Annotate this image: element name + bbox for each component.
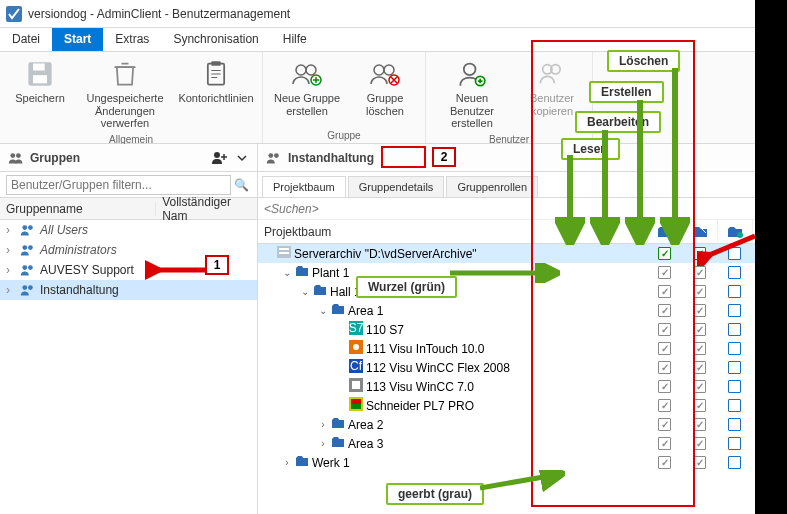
search-icon[interactable]: 🔍 <box>231 178 251 192</box>
tree-node-icon <box>313 284 327 299</box>
svg-point-16 <box>10 153 15 158</box>
tab-gruppendetails[interactable]: Gruppendetails <box>348 176 445 197</box>
people-icon <box>20 223 36 237</box>
filter-input[interactable] <box>6 175 231 195</box>
tree-toggle-icon[interactable]: › <box>318 419 328 430</box>
checkbox-unchecked[interactable] <box>728 456 741 469</box>
tree-header-label: Projektbaum <box>258 225 647 239</box>
expand-icon[interactable]: › <box>6 283 16 297</box>
tree-row[interactable]: ›Area 2✓✓ <box>258 415 787 434</box>
checkbox-checked-inherited[interactable]: ✓ <box>693 418 706 431</box>
checkbox-checked-root[interactable]: ✓ <box>658 247 671 260</box>
tree-row[interactable]: 113 Visu WinCC 7.0✓✓ <box>258 377 787 396</box>
svg-rect-43 <box>351 399 361 404</box>
checkbox-checked-inherited[interactable]: ✓ <box>693 456 706 469</box>
new-user-button[interactable]: Neuen Benutzer erstellen <box>432 56 512 132</box>
tree-toggle-icon[interactable]: ⌄ <box>318 305 328 316</box>
arrow-wurzel <box>450 263 560 283</box>
tree-node-icon <box>331 436 345 451</box>
tree-node-label: 112 Visu WinCC Flex 2008 <box>366 361 510 375</box>
ribbon-group-gruppe: Neue Gruppe erstellen Gruppe löschen Gru… <box>263 52 426 143</box>
checkbox-checked-inherited[interactable]: ✓ <box>693 266 706 279</box>
tree-row[interactable]: Cf112 Visu WinCC Flex 2008✓✓ <box>258 358 787 377</box>
checkbox-checked-inherited[interactable]: ✓ <box>658 380 671 393</box>
tree-row[interactable]: 111 Visu InTouch 10.0✓✓ <box>258 339 787 358</box>
group-row-selected[interactable]: ›Instandhaltung <box>0 280 257 300</box>
menu-start[interactable]: Start <box>52 28 103 51</box>
delete-group-button[interactable]: Gruppe löschen <box>351 56 419 128</box>
tree-toggle-icon[interactable]: ⌄ <box>300 286 310 297</box>
tree-row[interactable]: ›Area 3✓✓ <box>258 434 787 453</box>
expand-icon[interactable]: › <box>6 223 16 237</box>
tree-row[interactable]: S7110 S7✓✓ <box>258 320 787 339</box>
expand-icon[interactable]: › <box>6 263 16 277</box>
menu-datei[interactable]: Datei <box>0 28 52 51</box>
tree-row[interactable]: Schneider PL7 PRO✓✓ <box>258 396 787 415</box>
checkbox-checked-inherited[interactable]: ✓ <box>658 456 671 469</box>
col-fullname[interactable]: Vollständiger Nam <box>156 195 257 223</box>
tree-node-icon <box>349 340 363 357</box>
user-add-icon <box>456 58 488 90</box>
svg-rect-32 <box>279 248 289 250</box>
tree-row[interactable]: ⌄Area 1✓✓ <box>258 301 787 320</box>
checkbox-checked-inherited[interactable]: ✓ <box>658 266 671 279</box>
menu-hilfe[interactable]: Hilfe <box>271 28 319 51</box>
checkbox-unchecked[interactable] <box>728 380 741 393</box>
groups-title: Gruppen <box>30 151 80 165</box>
tree-toggle-icon[interactable]: › <box>282 457 292 468</box>
checkbox-checked-inherited[interactable]: ✓ <box>693 399 706 412</box>
checkbox-unchecked[interactable] <box>728 266 741 279</box>
checkbox-unchecked[interactable] <box>728 304 741 317</box>
checkbox-checked-inherited[interactable]: ✓ <box>693 380 706 393</box>
checkbox-checked-inherited[interactable]: ✓ <box>693 342 706 355</box>
checkbox-checked-inherited[interactable]: ✓ <box>693 437 706 450</box>
user-plus-icon[interactable] <box>211 151 229 165</box>
discard-button[interactable]: Ungespeicherte Änderungen verwerfen <box>80 56 170 132</box>
checkbox-unchecked[interactable] <box>728 361 741 374</box>
callout-geerbt: geerbt (grau) <box>386 483 484 505</box>
tab-projektbaum[interactable]: Projektbaum <box>262 176 346 197</box>
checkbox-unchecked[interactable] <box>728 285 741 298</box>
checkbox-unchecked[interactable] <box>728 399 741 412</box>
menu-synchronisation[interactable]: Synchronisation <box>161 28 270 51</box>
checkbox-checked-inherited[interactable]: ✓ <box>658 437 671 450</box>
tree-node-icon: Cf <box>349 359 363 376</box>
tree-node-label: 110 S7 <box>366 323 404 337</box>
checkbox-checked-inherited[interactable]: ✓ <box>693 285 706 298</box>
new-group-button[interactable]: Neue Gruppe erstellen <box>269 56 345 128</box>
tree-toggle-icon[interactable]: ⌄ <box>282 267 292 278</box>
save-button[interactable]: Speichern <box>6 56 74 132</box>
checkbox-checked-inherited[interactable]: ✓ <box>658 361 671 374</box>
tree-toggle-icon[interactable]: › <box>318 438 328 449</box>
expand-icon[interactable]: › <box>6 243 16 257</box>
discard-label: Ungespeicherte Änderungen verwerfen <box>82 92 168 130</box>
checkbox-checked-inherited[interactable]: ✓ <box>658 323 671 336</box>
checkbox-checked-inherited[interactable]: ✓ <box>658 418 671 431</box>
checkbox-unchecked[interactable] <box>728 418 741 431</box>
checkbox-checked-inherited[interactable]: ✓ <box>693 361 706 374</box>
clipboard-icon <box>200 58 232 90</box>
svg-point-23 <box>22 265 27 270</box>
checkbox-checked-inherited[interactable]: ✓ <box>693 304 706 317</box>
checkbox-unchecked[interactable] <box>728 342 741 355</box>
tree-search-input[interactable] <box>258 198 787 219</box>
policies-button[interactable]: Kontorichtlinien <box>176 56 256 132</box>
tab-gruppenrollen[interactable]: Gruppenrollen <box>446 176 538 197</box>
checkbox-checked-inherited[interactable]: ✓ <box>658 304 671 317</box>
checkbox-checked-inherited[interactable]: ✓ <box>658 285 671 298</box>
menu-extras[interactable]: Extras <box>103 28 161 51</box>
arrow-geerbt <box>480 470 565 494</box>
checkbox-checked-inherited[interactable]: ✓ <box>658 342 671 355</box>
svg-point-21 <box>22 245 27 250</box>
checkbox-unchecked[interactable] <box>728 323 741 336</box>
checkbox-checked-inherited[interactable]: ✓ <box>658 399 671 412</box>
details-panel-header: Instandhaltung <box>258 144 787 172</box>
checkbox-unchecked[interactable] <box>728 437 741 450</box>
tree-row[interactable]: ⌄Hall 1✓✓ <box>258 282 787 301</box>
chevron-down-icon[interactable] <box>235 151 249 165</box>
checkbox-checked-inherited[interactable]: ✓ <box>693 323 706 336</box>
tree-node-icon <box>349 397 363 414</box>
group-name: All Users <box>40 223 88 237</box>
group-row[interactable]: ›All Users <box>0 220 257 240</box>
col-groupname[interactable]: Gruppenname <box>0 202 156 216</box>
